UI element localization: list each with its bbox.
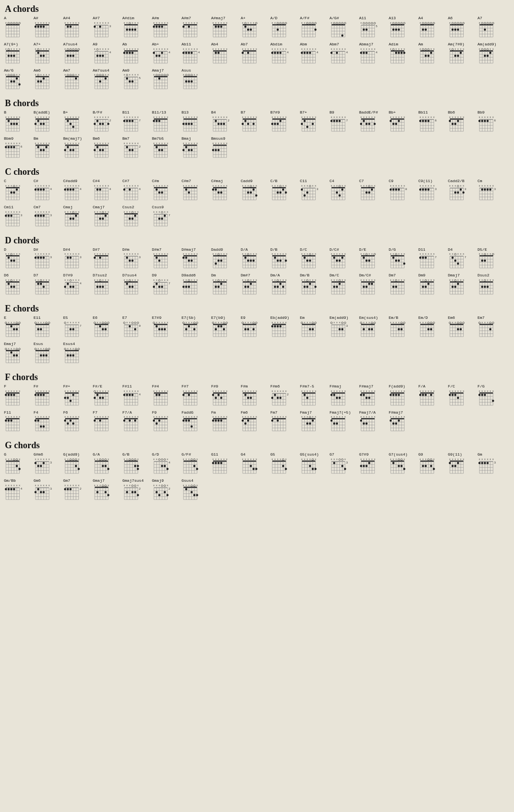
chord-item: Eb(add9) xxxxxx — [270, 316, 299, 340]
svg-text:x: x — [108, 458, 109, 461]
svg-text:x: x — [452, 458, 453, 461]
svg-text:x: x — [390, 185, 392, 188]
svg-text:x: x — [135, 390, 136, 393]
svg-text:x: x — [422, 321, 424, 324]
chord-name: Bbm9 — [4, 137, 13, 141]
svg-text:x: x — [484, 116, 486, 119]
svg-point-2340 — [67, 283, 69, 285]
svg-text:x: x — [67, 390, 69, 393]
svg-point-37 — [37, 26, 39, 28]
chord-name: Eb(add9) — [270, 316, 289, 320]
svg-point-4196 — [131, 491, 133, 493]
svg-text:x: x — [481, 116, 483, 119]
svg-point-1281 — [45, 146, 47, 148]
svg-point-648 — [401, 51, 403, 53]
svg-point-711 — [486, 54, 488, 56]
svg-text:x: x — [404, 185, 405, 188]
svg-point-517 — [215, 51, 217, 53]
chord-item: C#maj xxxxxx — [211, 179, 240, 203]
chord-item: F/A xxxxxx — [418, 385, 447, 409]
svg-text:x: x — [368, 416, 370, 419]
svg-text:x: x — [191, 321, 192, 324]
chord-item: D/G xxxxx — [389, 248, 417, 272]
svg-text:x: x — [65, 74, 66, 77]
svg-text:x: x — [159, 253, 160, 256]
chord-item: F#maj7 xxxxxx — [359, 385, 388, 409]
svg-text:x: x — [215, 22, 217, 25]
svg-point-281 — [401, 22, 403, 24]
svg-point-2653 — [5, 322, 7, 324]
svg-point-2640 — [486, 286, 488, 288]
svg-text:7: 7 — [169, 282, 171, 285]
chord-name: F#7 — [182, 385, 188, 389]
svg-point-3014 — [16, 354, 18, 356]
svg-text:x: x — [396, 48, 397, 51]
section-title: A chords — [5, 4, 510, 14]
svg-text:x: x — [102, 416, 104, 419]
chord-item: G4 xxxxxx — [241, 453, 269, 477]
svg-text:x: x — [164, 22, 166, 25]
svg-point-3780 — [70, 459, 72, 461]
svg-text:x: x — [339, 321, 340, 324]
svg-text:x: x — [97, 142, 98, 145]
svg-text:x: x — [331, 458, 332, 461]
svg-point-1759 — [460, 189, 462, 191]
svg-point-2723 — [105, 328, 107, 330]
chord-name: Bm — [34, 137, 38, 141]
svg-text:x: x — [363, 185, 365, 188]
chord-name: C#add9 — [63, 179, 77, 184]
svg-text:x: x — [431, 48, 432, 51]
svg-point-835 — [158, 77, 160, 79]
svg-point-2869 — [312, 322, 314, 324]
svg-point-665 — [428, 48, 430, 50]
svg-point-1691 — [371, 189, 373, 191]
svg-point-223 — [315, 22, 317, 24]
svg-text:x: x — [5, 279, 7, 282]
svg-point-2809 — [223, 328, 225, 330]
svg-text:x: x — [37, 22, 39, 25]
svg-text:x: x — [35, 142, 37, 145]
svg-text:x: x — [457, 116, 459, 119]
svg-text:x: x — [250, 390, 252, 393]
svg-point-2168 — [336, 260, 338, 262]
chord-item: F#7 xxxxxx — [182, 385, 210, 409]
chord-name: A7+ — [34, 42, 40, 47]
chord-name: A4 — [418, 16, 423, 21]
svg-text:x: x — [102, 142, 104, 145]
svg-text:3: 3 — [465, 188, 467, 191]
svg-point-2257 — [457, 263, 459, 265]
svg-point-2363 — [102, 286, 104, 288]
svg-point-3250 — [250, 396, 252, 398]
svg-point-3227 — [215, 396, 217, 398]
chord-item: Dm/C# xxxxxx — [359, 273, 388, 298]
svg-text:x: x — [191, 185, 192, 188]
chord-item: Esus4 xxx — [63, 342, 92, 366]
svg-text:x: x — [213, 279, 214, 282]
chord-item: F#m6 2xxxxxx — [270, 385, 299, 409]
svg-text:x: x — [13, 253, 15, 256]
chord-name: F#maj7 — [359, 385, 373, 389]
svg-point-1235 — [484, 120, 486, 122]
svg-point-707 — [487, 48, 489, 50]
svg-point-301 — [428, 22, 430, 24]
svg-point-1301 — [67, 146, 69, 148]
chord-name: B/F# — [93, 111, 102, 115]
svg-point-3120 — [67, 396, 69, 398]
svg-point-3741 — [16, 465, 18, 467]
svg-text:x: x — [223, 185, 225, 188]
svg-text:x: x — [16, 116, 18, 119]
svg-point-1099 — [306, 126, 308, 128]
svg-point-3931 — [282, 465, 284, 467]
svg-text:x: x — [48, 416, 50, 419]
svg-text:x: x — [159, 321, 160, 324]
svg-point-2910 — [371, 322, 373, 324]
chord-name: E7(b9) — [211, 316, 225, 320]
svg-text:x: x — [78, 484, 79, 487]
svg-point-2148 — [309, 260, 311, 262]
svg-text:x: x — [159, 116, 160, 119]
chord-name: Csus2 — [122, 205, 134, 210]
chord-item: D#maj7 xxxxxx — [182, 248, 210, 272]
chord-item: G/F# xxxx — [182, 453, 210, 477]
svg-point-2721 — [99, 325, 101, 327]
chord-item: Dm/B xxxxx — [300, 273, 329, 298]
